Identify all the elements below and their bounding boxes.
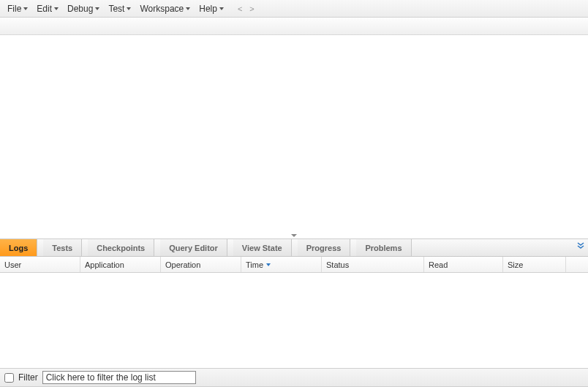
filter-checkbox[interactable] xyxy=(4,373,14,383)
column-header-user[interactable]: User xyxy=(0,257,80,272)
menu-bar: File Edit Debug Test Workspace Help < > xyxy=(0,0,588,18)
column-label: User xyxy=(4,260,21,269)
menu-help[interactable]: Help xyxy=(195,0,228,17)
tab-tests[interactable]: Tests xyxy=(43,239,82,256)
column-header-status[interactable]: Status xyxy=(322,257,424,272)
toolbar-strip xyxy=(0,18,588,35)
caret-down-icon xyxy=(186,7,190,10)
column-label: Time xyxy=(246,260,263,269)
column-label: Application xyxy=(85,260,124,269)
menu-file-label: File xyxy=(7,4,21,14)
menu-help-label: Help xyxy=(199,4,217,14)
caret-down-icon xyxy=(23,7,28,10)
log-column-headers: User Application Operation Time Status R… xyxy=(0,257,588,273)
column-header-blank[interactable] xyxy=(566,257,588,272)
tab-checkpoints[interactable]: Checkpoints xyxy=(88,239,154,256)
menu-debug-label: Debug xyxy=(67,4,93,14)
tab-view-state[interactable]: View State xyxy=(233,239,292,256)
column-header-read[interactable]: Read xyxy=(424,257,503,272)
menu-workspace[interactable]: Workspace xyxy=(135,0,195,17)
bottom-panel: Logs Tests Checkpoints Query Editor View… xyxy=(0,238,588,387)
sort-descending-icon xyxy=(266,263,271,266)
column-label: Size xyxy=(508,260,523,269)
menu-debug[interactable]: Debug xyxy=(63,0,104,17)
menu-test-label: Test xyxy=(108,4,124,14)
filter-bar: Filter xyxy=(0,368,588,387)
nav-back-button[interactable]: < xyxy=(234,4,246,13)
filter-label: Filter xyxy=(18,372,38,383)
column-header-size[interactable]: Size xyxy=(503,257,566,272)
column-label: Operation xyxy=(165,260,200,269)
menu-edit[interactable]: Edit xyxy=(32,0,63,17)
expand-panel-button[interactable] xyxy=(576,241,585,252)
filter-input[interactable] xyxy=(42,371,196,384)
chevron-left-icon: < xyxy=(238,4,242,13)
caret-down-icon xyxy=(95,7,99,10)
editor-area xyxy=(0,35,588,238)
panel-splitter[interactable] xyxy=(283,233,305,238)
nav-forward-button[interactable]: > xyxy=(246,4,257,13)
column-header-application[interactable]: Application xyxy=(80,257,161,272)
caret-down-icon xyxy=(291,234,297,237)
log-table-body xyxy=(0,273,588,368)
column-label: Status xyxy=(326,260,349,269)
caret-down-icon xyxy=(54,7,59,10)
tab-label: Logs xyxy=(9,244,28,252)
caret-down-icon xyxy=(127,7,131,10)
tab-label: Problems xyxy=(365,244,402,252)
menu-workspace-label: Workspace xyxy=(140,4,184,14)
caret-down-icon xyxy=(219,7,224,10)
column-label: Read xyxy=(429,260,448,269)
tab-problems[interactable]: Problems xyxy=(356,239,411,256)
chevron-right-icon: > xyxy=(249,4,254,13)
tab-label: Query Editor xyxy=(169,244,218,252)
column-header-operation[interactable]: Operation xyxy=(161,257,241,272)
tab-label: Progress xyxy=(306,244,342,252)
tab-label: Tests xyxy=(52,244,72,252)
column-header-time[interactable]: Time xyxy=(241,257,322,272)
tab-bar: Logs Tests Checkpoints Query Editor View… xyxy=(0,239,588,257)
tab-progress[interactable]: Progress xyxy=(298,239,351,256)
menu-test[interactable]: Test xyxy=(104,0,135,17)
menu-file[interactable]: File xyxy=(3,0,32,17)
double-chevron-down-icon xyxy=(576,242,585,252)
tab-query-editor[interactable]: Query Editor xyxy=(160,239,227,256)
tab-label: View State xyxy=(242,244,282,252)
tab-logs[interactable]: Logs xyxy=(0,239,37,256)
menu-edit-label: Edit xyxy=(37,4,52,14)
tab-label: Checkpoints xyxy=(97,244,145,252)
